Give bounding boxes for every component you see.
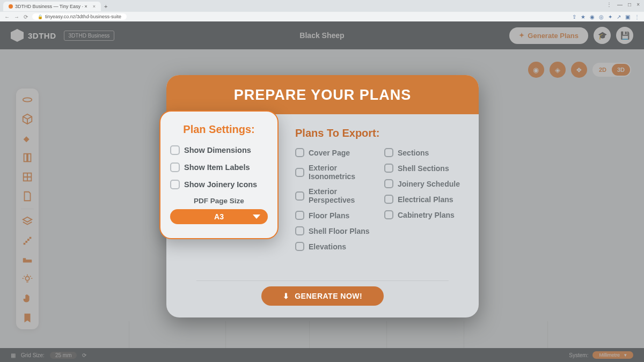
ext3-icon[interactable]: ✦ (608, 14, 612, 20)
export-column-right: Sections Shell Sections Joinery Schedule… (384, 148, 464, 251)
checkbox-icon[interactable] (170, 162, 180, 172)
export-option-sections[interactable]: Sections (384, 148, 464, 157)
checkbox-icon[interactable] (384, 179, 393, 188)
ext1-icon[interactable]: ◉ (590, 14, 595, 20)
ext2-icon[interactable]: ◎ (599, 14, 604, 20)
window-controls: ⋮ — □ × (606, 2, 640, 8)
modal-footer: ⬇ GENERATE NOW! (196, 280, 449, 317)
tab-strip: 3DTHD Business — Tiny Easy · × × + ⋮ — □… (0, 0, 644, 12)
favicon-icon (9, 4, 13, 9)
nav-reload-icon[interactable]: ⟳ (24, 14, 28, 20)
tab-title: 3DTHD Business — Tiny Easy · × (15, 4, 87, 9)
ext4-icon[interactable]: ↗ (617, 14, 621, 20)
checkbox-icon[interactable] (384, 164, 393, 173)
pdf-page-size-value: A3 (214, 212, 224, 221)
browser-tab[interactable]: 3DTHD Business — Tiny Easy · × × (3, 2, 101, 11)
kebab-icon[interactable]: ⋮ (634, 14, 640, 20)
checkbox-icon[interactable] (384, 210, 393, 219)
checkbox-icon[interactable] (170, 180, 180, 189)
new-tab-button[interactable]: + (104, 3, 107, 10)
addr-bar-actions: ⇪ ★ ◉ ◎ ✦ ↗ ▣ ⋮ (572, 14, 640, 20)
checkbox-icon[interactable] (295, 148, 304, 157)
export-option-electrical-plans[interactable]: Electrical Plans (384, 195, 464, 204)
export-option-shell-sections[interactable]: Shell Sections (384, 164, 464, 173)
generate-now-button[interactable]: ⬇ GENERATE NOW! (261, 286, 384, 306)
url-text: tinyeasy.co.nz/3dthd-business-suite (45, 14, 121, 19)
pdf-page-size-label: PDF Page Size (170, 197, 268, 205)
export-section-title: Plans To Export: (295, 127, 464, 139)
export-column-left: Cover Page Exterior Isonometrics Exterio… (295, 148, 375, 251)
window-close-icon[interactable]: × (636, 2, 640, 8)
checkbox-icon[interactable] (295, 242, 304, 251)
share-icon[interactable]: ⇪ (572, 14, 576, 20)
plan-settings-panel: Plan Settings: Show Dimensions Show Item… (159, 110, 279, 239)
setting-show-item-labels[interactable]: Show Item Labels (170, 162, 268, 172)
checkbox-icon[interactable] (295, 191, 304, 201)
chrome-menu-icon[interactable]: ⋮ (606, 2, 612, 8)
address-bar: ← → ⟳ 🔒 tinyeasy.co.nz/3dthd-business-su… (0, 12, 644, 21)
modal-header: PREPARE YOUR PLANS (166, 75, 479, 114)
export-option-shell-floor-plans[interactable]: Shell Floor Plans (295, 226, 375, 235)
chevron-down-icon (253, 215, 260, 219)
checkbox-icon[interactable] (295, 226, 304, 235)
browser-chrome: 3DTHD Business — Tiny Easy · × × + ⋮ — □… (0, 0, 644, 21)
setting-show-dimensions[interactable]: Show Dimensions (170, 145, 268, 155)
nav-back-icon[interactable]: ← (4, 14, 10, 20)
star-icon[interactable]: ★ (581, 14, 586, 20)
checkbox-icon[interactable] (384, 148, 393, 157)
checkbox-icon[interactable] (170, 145, 180, 155)
export-option-elevations[interactable]: Elevations (295, 242, 375, 251)
export-option-exterior-isonometrics[interactable]: Exterior Isonometrics (295, 164, 375, 181)
export-option-cabinetry-plans[interactable]: Cabinetry Plans (384, 210, 464, 219)
lock-icon: 🔒 (38, 14, 43, 19)
ext5-icon[interactable]: ▣ (625, 14, 630, 20)
tab-close-icon[interactable]: × (93, 4, 96, 9)
window-min-icon[interactable]: — (617, 2, 623, 8)
modal-title: PREPARE YOUR PLANS (166, 87, 479, 104)
export-option-joinery-schedule[interactable]: Joinery Schedule (384, 179, 464, 188)
export-option-exterior-perspectives[interactable]: Exterior Perspectives (295, 187, 375, 204)
pdf-page-size-select[interactable]: A3 (170, 209, 268, 224)
export-option-cover-page[interactable]: Cover Page (295, 148, 375, 157)
checkbox-icon[interactable] (295, 168, 304, 177)
nav-forward-icon[interactable]: → (14, 14, 19, 20)
checkbox-icon[interactable] (384, 195, 393, 204)
plan-settings-title: Plan Settings: (170, 123, 268, 136)
download-icon: ⬇ (283, 292, 290, 300)
export-option-floor-plans[interactable]: Floor Plans (295, 211, 375, 220)
window-max-icon[interactable]: □ (628, 2, 631, 8)
checkbox-icon[interactable] (295, 211, 304, 220)
setting-show-joinery-icons[interactable]: Show Joinery Icons (170, 180, 268, 189)
url-field[interactable]: 🔒 tinyeasy.co.nz/3dthd-business-suite (32, 13, 127, 20)
generate-now-label: GENERATE NOW! (295, 292, 362, 300)
